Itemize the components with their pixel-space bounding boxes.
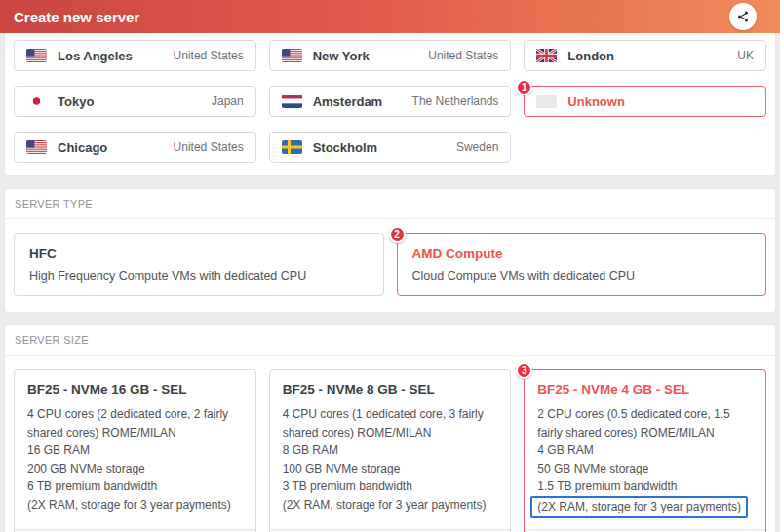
netherlands-flag-icon [282,95,302,108]
us-flag-icon [26,49,47,62]
server-size-price: $35.00 / Annually [525,529,765,532]
location-city: Chicago [58,140,107,155]
server-type-name: AMD Compute [412,247,752,261]
server-size-card-16gb[interactable]: BF25 - NVMe 16 GB - SEL 4 CPU cores (2 d… [14,369,256,532]
server-size-section: SERVER SIZE BF25 - NVMe 16 GB - SEL 4 CP… [5,325,775,532]
locations-panel: Los Angeles United States New York Unite… [5,33,775,175]
server-size-name: BF25 - NVMe 16 GB - SEL [27,382,243,397]
share-button[interactable] [729,3,757,30]
location-country: United States [428,49,498,62]
server-size-name: BF25 - NVMe 4 GB - SEL [537,382,753,397]
server-size-card-8gb[interactable]: BF25 - NVMe 8 GB - SEL 4 CPU cores (1 de… [269,369,512,532]
location-country: United States [174,49,244,62]
server-size-label: SERVER SIZE [5,325,775,356]
server-size-spec: 4 GB RAM [537,441,753,460]
server-size-spec: (2X RAM, storage for 3 year payments) [27,496,243,514]
server-type-card-amd-compute[interactable]: 2 AMD Compute Cloud Compute VMs with ded… [397,233,767,296]
location-country: Japan [212,95,244,108]
location-city: Amsterdam [313,95,383,109]
location-card-stockholm[interactable]: Stockholm Sweden [269,132,512,163]
server-type-grid: HFC High Frequency Compute VMs with dedi… [14,233,766,296]
location-city: Stockholm [313,140,377,155]
server-type-name: HFC [29,247,369,261]
server-size-spec: 2 CPU cores (0.5 dedicated core, 1.5 fai… [537,405,753,441]
location-card-tokyo[interactable]: Tokyo Japan [14,86,256,117]
server-type-description: High Frequency Compute VMs with dedicate… [29,269,369,283]
location-card-london[interactable]: London UK [524,40,766,71]
location-country: UK [737,49,754,62]
us-flag-icon [26,140,47,154]
location-card-amsterdam[interactable]: Amsterdam The Netherlands [269,86,512,117]
location-card-los-angeles[interactable]: Los Angeles United States [14,40,256,71]
server-type-label: SERVER TYPE [5,189,775,219]
highlight-annotation-box: (2X RAM, storage for 3 year payments) [530,496,748,518]
unknown-flag-icon [536,95,557,108]
page-title: Create new server [14,9,139,25]
server-size-price: $110.00 / Annually [15,529,255,532]
location-city: Los Angeles [58,49,133,63]
server-size-spec: 6 TB premium bandwidth [27,477,243,496]
location-city: Unknown [567,95,625,109]
share-icon [736,10,750,23]
server-size-price: $60.00 / Annually [270,529,511,532]
location-city: Tokyo [58,95,94,109]
server-size-spec: 8 GB RAM [283,441,498,460]
uk-flag-icon [536,49,557,62]
server-size-grid: BF25 - NVMe 16 GB - SEL 4 CPU cores (2 d… [14,369,766,532]
location-city: London [567,49,614,63]
server-size-spec: 4 CPU cores (1 dedicated core, 3 fairly … [283,405,498,441]
location-country: United States [174,140,244,154]
japan-flag-icon [26,95,47,108]
server-size-spec: 100 GB NVMe storage [283,460,498,478]
location-city: New York [313,49,370,63]
server-size-spec: 1.5 TB premium bandwidth [537,477,753,496]
server-size-name: BF25 - NVMe 8 GB - SEL [283,382,498,397]
server-size-spec: 200 GB NVMe storage [27,460,243,478]
sweden-flag-icon [282,140,302,154]
location-country: Sweden [456,140,498,154]
location-card-new-york[interactable]: New York United States [269,40,512,71]
server-size-spec-highlighted: (2X RAM, storage for 3 year payments) [537,496,753,518]
locations-grid: Los Angeles United States New York Unite… [14,40,766,163]
server-size-spec: (2X RAM, storage for 3 year payments) [283,496,498,514]
location-country: The Netherlands [412,95,499,108]
us-flag-icon [282,49,302,62]
location-card-unknown[interactable]: 1 Unknown [524,86,766,117]
server-size-spec: 4 CPU cores (2 dedicated core, 2 fairly … [27,405,243,441]
server-size-spec: 3 TB premium bandwidth [283,477,498,496]
server-type-card-hfc[interactable]: HFC High Frequency Compute VMs with dedi… [14,233,384,296]
server-size-spec: 16 GB RAM [27,441,243,460]
step-badge-1: 1 [516,79,532,95]
location-card-chicago[interactable]: Chicago United States [14,132,256,163]
step-badge-2: 2 [389,226,406,243]
page-header: Create new server [0,0,780,33]
server-type-description: Cloud Compute VMs with dedicated CPU [412,269,752,283]
server-type-section: SERVER TYPE HFC High Frequency Compute V… [5,189,775,312]
server-size-spec: 50 GB NVMe storage [537,460,753,478]
server-size-card-4gb[interactable]: 3 BF25 - NVMe 4 GB - SEL 2 CPU cores (0.… [524,369,766,532]
